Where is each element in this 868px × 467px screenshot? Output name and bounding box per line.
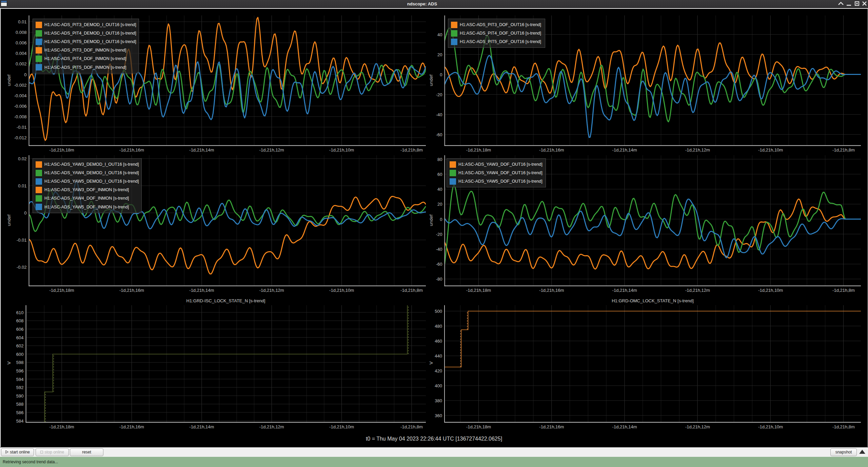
svg-text:-1d,21h,12m: -1d,21h,12m — [685, 288, 710, 293]
svg-text:-0.01: -0.01 — [17, 125, 27, 130]
svg-text:undef: undef — [6, 215, 12, 226]
svg-text:40: 40 — [437, 187, 442, 192]
svg-text:-1d,21h,8m: -1d,21h,8m — [832, 288, 855, 293]
svg-text:0.01: 0.01 — [18, 19, 26, 24]
svg-text:-0.008: -0.008 — [14, 114, 27, 119]
svg-text:604: 604 — [16, 335, 24, 340]
svg-text:-1d,21h,10m: -1d,21h,10m — [758, 147, 783, 153]
svg-text:-20: -20 — [436, 92, 442, 97]
svg-text:0: 0 — [24, 210, 26, 216]
svg-text:-1d,21h,14m: -1d,21h,14m — [612, 288, 637, 293]
svg-text:608: 608 — [16, 318, 24, 323]
svg-text:-1d,21h,14m: -1d,21h,14m — [612, 147, 637, 153]
svg-text:-1d,21h,18m: -1d,21h,18m — [466, 147, 491, 153]
svg-text:-1d,21h,10m: -1d,21h,10m — [329, 288, 354, 293]
svg-text:-1d,21h,16m: -1d,21h,16m — [539, 147, 564, 153]
svg-text:584: 584 — [16, 419, 24, 424]
svg-text:undef: undef — [429, 215, 434, 226]
svg-text:460: 460 — [435, 339, 442, 344]
svg-text:600: 600 — [16, 352, 24, 357]
svg-text:-1d,21h,8m: -1d,21h,8m — [400, 424, 423, 429]
svg-text:-0.004: -0.004 — [14, 93, 27, 98]
svg-text:-1d,21h,10m: -1d,21h,10m — [758, 288, 783, 293]
svg-text:0.008: 0.008 — [16, 30, 27, 35]
svg-text:594: 594 — [16, 377, 24, 382]
svg-text:592: 592 — [16, 385, 24, 390]
svg-text:-60: -60 — [436, 262, 442, 267]
svg-text:0: 0 — [24, 72, 26, 77]
svg-text:0.002: 0.002 — [16, 61, 27, 66]
svg-text:-1d,21h,14m: -1d,21h,14m — [189, 147, 214, 153]
svg-text:H1:GRD-ISC_LOCK_STATE_N [s-tre: H1:GRD-ISC_LOCK_STATE_N [s-trend] — [186, 298, 265, 303]
svg-text:-1d,21h,8m: -1d,21h,8m — [400, 288, 423, 293]
svg-text:-1d,21h,12m: -1d,21h,12m — [685, 424, 710, 429]
svg-text:-1d,21h,18m: -1d,21h,18m — [50, 147, 74, 153]
svg-text:60: 60 — [437, 172, 442, 177]
svg-text:-1d,21h,18m: -1d,21h,18m — [466, 288, 491, 293]
svg-text:-1d,21h,12m: -1d,21h,12m — [259, 288, 284, 293]
svg-text:40: 40 — [437, 32, 442, 37]
svg-text:-80: -80 — [436, 277, 442, 282]
svg-text:586: 586 — [16, 410, 24, 415]
svg-text:-1d,21h,16m: -1d,21h,16m — [539, 288, 564, 293]
svg-text:-0.012: -0.012 — [14, 135, 27, 140]
svg-text:-1d,21h,14m: -1d,21h,14m — [612, 424, 637, 429]
svg-text:0.02: 0.02 — [18, 156, 26, 161]
svg-text:-1d,21h,16m: -1d,21h,16m — [119, 424, 144, 429]
svg-text:602: 602 — [16, 343, 24, 348]
svg-text:-40: -40 — [436, 112, 442, 117]
svg-text:420: 420 — [435, 368, 442, 373]
svg-text:-1d,21h,10m: -1d,21h,10m — [329, 147, 354, 153]
svg-text:20: 20 — [437, 202, 442, 207]
svg-text:588: 588 — [16, 402, 24, 407]
svg-text:500: 500 — [435, 309, 442, 314]
svg-text:380: 380 — [435, 398, 442, 403]
svg-text:0.01: 0.01 — [18, 183, 26, 188]
svg-text:-1d,21h,14m: -1d,21h,14m — [189, 424, 214, 429]
svg-text:V: V — [6, 361, 12, 364]
svg-text:-1d,21h,16m: -1d,21h,16m — [539, 424, 564, 429]
svg-text:0.006: 0.006 — [16, 40, 27, 45]
svg-text:480: 480 — [435, 324, 442, 329]
svg-text:80: 80 — [437, 157, 442, 162]
svg-text:t0 = Thu May 04 2023 22:26:44: t0 = Thu May 04 2023 22:26:44 UTC [13672… — [366, 436, 502, 442]
svg-text:440: 440 — [435, 353, 442, 359]
svg-text:-1d,21h,10m: -1d,21h,10m — [329, 424, 354, 429]
svg-text:610: 610 — [16, 310, 24, 315]
svg-text:-1d,21h,18m: -1d,21h,18m — [466, 424, 491, 429]
svg-text:0: 0 — [440, 72, 442, 77]
svg-text:-1d,21h,12m: -1d,21h,12m — [259, 424, 284, 429]
svg-text:596: 596 — [16, 368, 24, 373]
svg-text:-1d,21h,18m: -1d,21h,18m — [50, 424, 74, 429]
svg-text:-1d,21h,10m: -1d,21h,10m — [758, 424, 783, 429]
svg-text:-1d,21h,16m: -1d,21h,16m — [119, 147, 144, 153]
svg-text:-1d,21h,18m: -1d,21h,18m — [50, 288, 74, 293]
svg-text:606: 606 — [16, 327, 24, 332]
svg-text:20: 20 — [437, 52, 442, 57]
svg-text:undef: undef — [6, 75, 12, 86]
svg-text:590: 590 — [16, 393, 24, 399]
svg-text:-1d,21h,8m: -1d,21h,8m — [832, 424, 855, 429]
svg-text:-60: -60 — [436, 132, 442, 137]
svg-text:-1d,21h,12m: -1d,21h,12m — [685, 147, 710, 153]
svg-text:-1d,21h,8m: -1d,21h,8m — [400, 147, 423, 153]
svg-text:0: 0 — [440, 217, 442, 222]
svg-text:-0.01: -0.01 — [17, 238, 27, 243]
svg-text:-1d,21h,16m: -1d,21h,16m — [119, 288, 144, 293]
svg-text:-1d,21h,8m: -1d,21h,8m — [832, 147, 855, 153]
svg-text:H1:GRD-OMC_LOCK_STATE_N [s-tre: H1:GRD-OMC_LOCK_STATE_N [s-trend] — [612, 298, 694, 303]
svg-text:-1d,21h,12m: -1d,21h,12m — [259, 147, 284, 153]
svg-text:-0.006: -0.006 — [14, 104, 27, 109]
svg-text:-20: -20 — [436, 232, 442, 237]
svg-text:400: 400 — [435, 383, 442, 388]
svg-text:-1d,21h,14m: -1d,21h,14m — [189, 288, 214, 293]
svg-text:598: 598 — [16, 360, 24, 365]
svg-text:360: 360 — [435, 413, 442, 418]
svg-text:-40: -40 — [436, 247, 442, 252]
svg-text:-0.002: -0.002 — [14, 83, 27, 88]
svg-text:V: V — [429, 361, 434, 364]
svg-text:0.004: 0.004 — [16, 51, 27, 56]
svg-text:-0.02: -0.02 — [17, 265, 27, 270]
svg-text:undef: undef — [429, 75, 434, 86]
